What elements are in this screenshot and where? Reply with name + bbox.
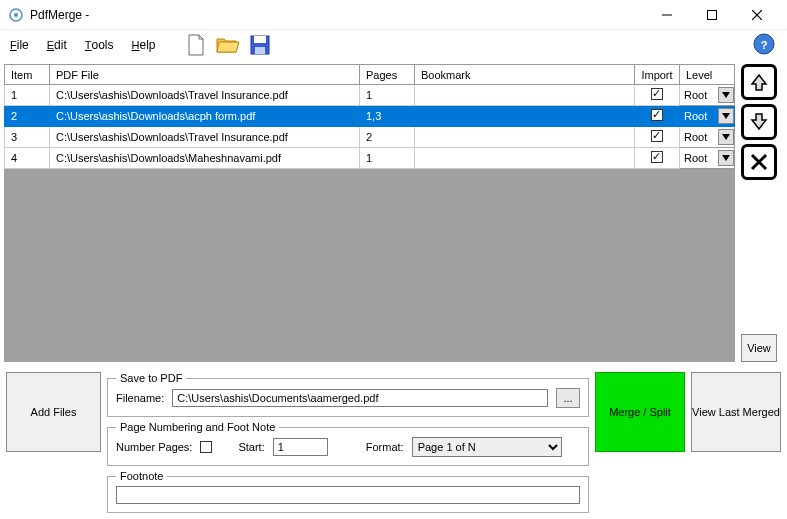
minimize-button[interactable] xyxy=(644,1,689,29)
cell-bookmark[interactable] xyxy=(415,127,635,148)
svg-rect-7 xyxy=(254,36,266,43)
header-bookmark[interactable]: Bookmark xyxy=(415,65,635,85)
titlebar: PdfMerge - xyxy=(0,0,787,30)
cell-import[interactable] xyxy=(635,127,680,148)
import-checkbox[interactable] xyxy=(651,130,663,142)
import-checkbox[interactable] xyxy=(651,151,663,163)
move-up-button[interactable] xyxy=(741,64,777,100)
table-row[interactable]: 2C:\Users\ashis\Downloads\acph form.pdf1… xyxy=(5,106,735,127)
table-header-row: Item PDF File Pages Bookmark Import Leve… xyxy=(5,65,735,85)
file-table-container: Item PDF File Pages Bookmark Import Leve… xyxy=(4,64,735,362)
menu-tools[interactable]: Tools xyxy=(85,38,114,52)
header-pdf-file[interactable]: PDF File xyxy=(50,65,360,85)
menu-help[interactable]: Help xyxy=(132,38,156,52)
filename-input[interactable] xyxy=(172,389,548,407)
header-item[interactable]: Item xyxy=(5,65,50,85)
side-button-column: View xyxy=(741,64,781,362)
cell-item[interactable]: 2 xyxy=(5,106,50,127)
start-label: Start: xyxy=(238,441,264,453)
page-numbering-legend: Page Numbering and Foot Note xyxy=(116,421,279,433)
footnote-legend: Footnote xyxy=(116,470,167,482)
number-pages-checkbox[interactable] xyxy=(200,441,212,453)
table-row[interactable]: 3C:\Users\ashis\Downloads\Travel Insuran… xyxy=(5,127,735,148)
help-icon[interactable]: ? xyxy=(753,33,777,57)
toolbar xyxy=(184,33,272,57)
cell-level[interactable]: Root xyxy=(680,85,735,106)
save-to-pdf-group: Save to PDF Filename: ... xyxy=(107,372,589,417)
open-folder-icon[interactable] xyxy=(216,33,240,57)
cell-file[interactable]: C:\Users\ashis\Downloads\Travel Insuranc… xyxy=(50,85,360,106)
number-pages-label: Number Pages: xyxy=(116,441,192,453)
cell-pages[interactable]: 1 xyxy=(360,85,415,106)
start-input[interactable] xyxy=(273,438,328,456)
cell-level[interactable]: Root xyxy=(680,127,735,148)
bottom-panel: Add Files Save to PDF Filename: ... Page… xyxy=(0,366,787,519)
save-icon[interactable] xyxy=(248,33,272,57)
level-dropdown-arrow[interactable] xyxy=(718,108,734,124)
filename-label: Filename: xyxy=(116,392,164,404)
page-numbering-group: Page Numbering and Foot Note Number Page… xyxy=(107,421,589,466)
app-icon xyxy=(8,7,24,23)
cell-level[interactable]: Root xyxy=(680,148,735,169)
footnote-input[interactable] xyxy=(116,486,580,504)
cell-file[interactable]: C:\Users\ashis\Downloads\acph form.pdf xyxy=(50,106,360,127)
cell-bookmark[interactable] xyxy=(415,85,635,106)
view-last-merged-button[interactable]: View Last Merged xyxy=(691,372,781,452)
table-row[interactable]: 1C:\Users\ashis\Downloads\Travel Insuran… xyxy=(5,85,735,106)
svg-point-1 xyxy=(14,13,18,17)
svg-text:?: ? xyxy=(761,39,768,51)
level-dropdown-arrow[interactable] xyxy=(718,150,734,166)
level-dropdown-arrow[interactable] xyxy=(718,87,734,103)
window-controls xyxy=(644,1,779,29)
maximize-button[interactable] xyxy=(689,1,734,29)
menubar: File Edit Tools Help ? xyxy=(0,30,787,60)
cell-import[interactable] xyxy=(635,148,680,169)
save-to-pdf-legend: Save to PDF xyxy=(116,372,186,384)
file-table: Item PDF File Pages Bookmark Import Leve… xyxy=(4,64,735,169)
footnote-group: Footnote xyxy=(107,470,589,513)
cell-pages[interactable]: 1,3 xyxy=(360,106,415,127)
delete-button[interactable] xyxy=(741,144,777,180)
header-import[interactable]: Import xyxy=(635,65,680,85)
svg-rect-8 xyxy=(255,47,265,54)
import-checkbox[interactable] xyxy=(651,109,663,121)
format-select[interactable]: Page 1 of N xyxy=(412,437,562,457)
new-file-icon[interactable] xyxy=(184,33,208,57)
cell-bookmark[interactable] xyxy=(415,106,635,127)
cell-item[interactable]: 1 xyxy=(5,85,50,106)
merge-split-button[interactable]: Merge / Split xyxy=(595,372,685,452)
format-label: Format: xyxy=(366,441,404,453)
header-pages[interactable]: Pages xyxy=(360,65,415,85)
cell-file[interactable]: C:\Users\ashis\Downloads\Maheshnavami.pd… xyxy=(50,148,360,169)
cell-file[interactable]: C:\Users\ashis\Downloads\Travel Insuranc… xyxy=(50,127,360,148)
cell-item[interactable]: 3 xyxy=(5,127,50,148)
cell-level[interactable]: Root xyxy=(680,106,735,127)
add-files-button[interactable]: Add Files xyxy=(6,372,101,452)
close-button[interactable] xyxy=(734,1,779,29)
menu-file[interactable]: File xyxy=(10,38,29,52)
cell-import[interactable] xyxy=(635,85,680,106)
cell-pages[interactable]: 1 xyxy=(360,148,415,169)
cell-import[interactable] xyxy=(635,106,680,127)
move-down-button[interactable] xyxy=(741,104,777,140)
menu-edit[interactable]: Edit xyxy=(47,38,67,52)
window-title: PdfMerge - xyxy=(30,8,89,22)
cell-bookmark[interactable] xyxy=(415,148,635,169)
options-column: Save to PDF Filename: ... Page Numbering… xyxy=(107,372,589,513)
level-dropdown-arrow[interactable] xyxy=(718,129,734,145)
cell-item[interactable]: 4 xyxy=(5,148,50,169)
table-row[interactable]: 4C:\Users\ashis\Downloads\Maheshnavami.p… xyxy=(5,148,735,169)
cell-pages[interactable]: 2 xyxy=(360,127,415,148)
main-area: Item PDF File Pages Bookmark Import Leve… xyxy=(0,60,787,366)
import-checkbox[interactable] xyxy=(651,88,663,100)
svg-rect-3 xyxy=(707,10,716,19)
view-button[interactable]: View xyxy=(741,334,777,362)
header-level[interactable]: Level xyxy=(680,65,735,85)
browse-button[interactable]: ... xyxy=(556,388,580,408)
